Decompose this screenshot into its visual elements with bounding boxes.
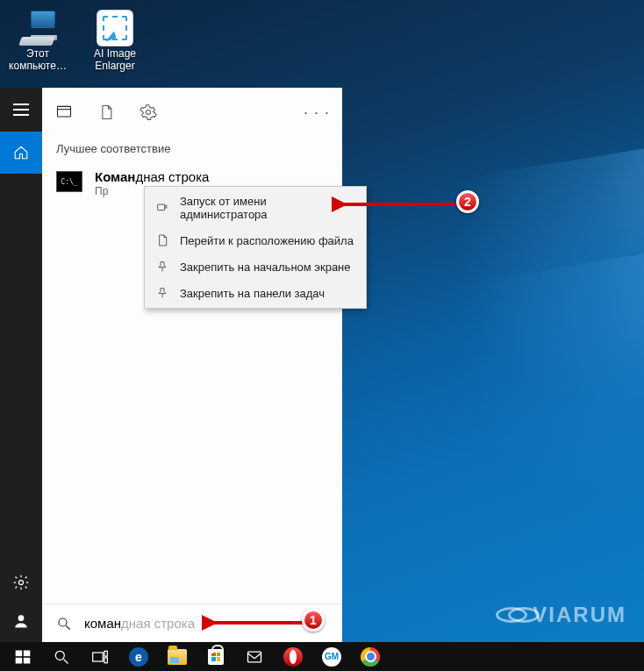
context-menu: Запуск от имени администратора Перейти к… [144,186,367,309]
cmd-icon: C:\_ [56,171,82,192]
svg-point-0 [19,581,24,585]
start-button[interactable] [4,642,42,671]
ctx-pin-start[interactable]: Закрепить на начальном экране [145,253,366,280]
ctx-run-as-admin[interactable]: Запуск от имени администратора [145,189,366,227]
svg-rect-14 [16,657,23,663]
filter-apps-tab[interactable] [54,103,74,122]
svg-line-17 [64,659,68,663]
watermark-logo-icon [496,605,527,625]
svg-rect-21 [248,652,261,662]
ai-enlarger-icon [96,11,134,46]
search-icon [56,616,72,632]
hamburger-icon[interactable] [13,104,29,116]
svg-rect-20 [104,657,107,662]
taskbar-opera[interactable] [274,642,312,671]
taskbar-edge[interactable]: e [119,642,158,671]
desktop-icon-this-pc[interactable]: Этот компьюте… [7,11,68,72]
ctx-pin-taskbar[interactable]: Закрепить на панели задач [145,280,366,306]
desktop-background-rays [328,158,644,526]
search-left-rail [0,88,42,642]
pin-start-icon [155,260,169,274]
annotation-badge-2: 2 [456,190,479,213]
svg-point-16 [55,651,64,660]
taskbar: e GM [0,642,644,671]
taskbar-mail[interactable] [235,642,274,671]
search-input-text: командная строка [84,616,195,631]
ctx-open-location[interactable]: Перейти к расположению файла [145,227,366,253]
taskbar-gm[interactable]: GM [312,642,351,671]
folder-location-icon [155,233,169,247]
taskbar-search[interactable] [42,642,81,671]
taskbar-taskview[interactable] [81,642,119,671]
pin-taskbar-icon [155,286,169,300]
user-icon[interactable] [12,612,30,630]
this-pc-icon [18,11,57,46]
filter-more[interactable]: · · · [304,104,330,122]
shield-admin-icon [155,201,169,215]
svg-point-4 [147,111,151,115]
filter-settings-tab[interactable] [139,103,158,122]
filter-documents-tab[interactable] [97,103,116,122]
result-title: Командная строка [95,169,209,184]
home-icon [13,145,29,161]
svg-rect-13 [24,650,31,656]
desktop-icon-ai-enlarger[interactable]: AI Image Enlarger [84,11,146,72]
svg-rect-2 [58,106,71,117]
ctx-label: Запуск от имени администратора [180,195,355,221]
gear-icon[interactable] [12,574,30,591]
start-search-panel: · · · Лучшее соответствие C:\_ Командная… [0,88,342,642]
search-filter-tabs: · · · [42,88,342,137]
desktop-icon-label: Этот компьюте… [9,47,67,72]
search-input-box[interactable]: командная строка [42,603,342,642]
best-match-label: Лучшее соответствие [42,137,342,164]
taskbar-chrome[interactable] [351,642,390,671]
watermark: VIARUM [496,603,626,627]
ctx-label: Перейти к расположению файла [180,234,354,247]
ctx-label: Закрепить на начальном экране [180,261,351,274]
home-tab[interactable] [0,132,42,174]
svg-point-8 [59,618,67,626]
ctx-label: Закрепить на панели задач [180,287,325,300]
svg-rect-5 [158,204,165,211]
taskbar-file-explorer[interactable] [158,642,197,671]
svg-point-1 [18,615,25,621]
svg-line-9 [66,625,70,630]
svg-rect-18 [93,653,104,661]
desktop-icon-label: AI Image Enlarger [94,47,136,72]
svg-rect-19 [104,651,107,656]
svg-rect-15 [24,657,31,663]
svg-rect-12 [16,650,23,656]
taskbar-store[interactable] [197,642,235,671]
